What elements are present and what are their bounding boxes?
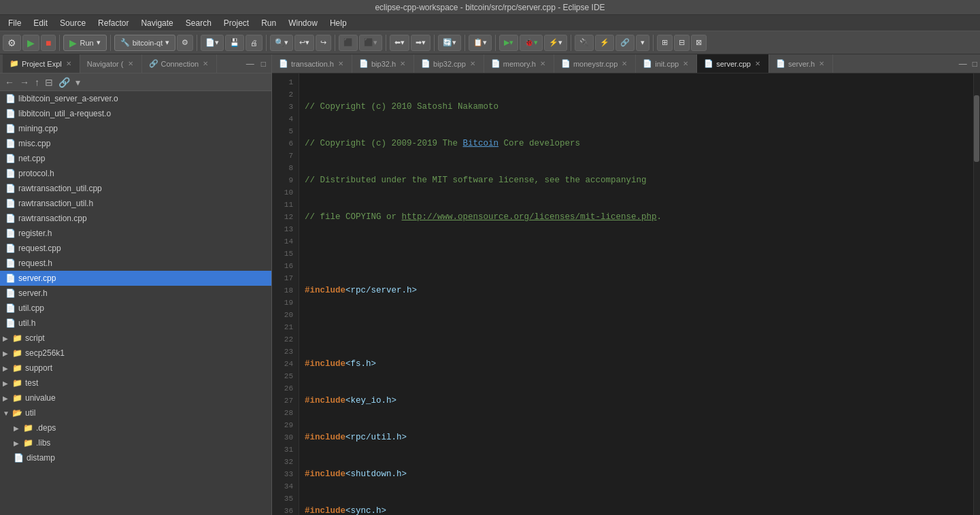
toolbar-refresh-btn[interactable]: 🔄▾ [438,35,461,51]
tree-item-rawtransaction-cpp[interactable]: 📄 rawtransaction.cpp [0,211,271,226]
tab-close[interactable]: ✕ [817,59,826,68]
project-explorer-close[interactable]: ✕ [65,59,73,68]
menu-source[interactable]: Source [54,17,91,29]
tree-filter-btn[interactable]: ▾ [73,76,82,88]
toolbar-tasks-btn[interactable]: 📋▾ [469,35,492,51]
editor-maximize-btn[interactable]: □ [970,58,980,70]
tree-item-request-h[interactable]: 📄 request.h [0,256,271,271]
tree-item-rawtransaction-util-h[interactable]: 📄 rawtransaction_util.h [0,196,271,211]
tab-navigator[interactable]: Navigator ( ✕ [80,54,142,73]
tree-item-register-h[interactable]: 📄 register.h [0,226,271,241]
toolbar-debug2-btn[interactable]: 🐞▾ [520,35,543,51]
minimize-panel-btn[interactable]: — [243,58,257,70]
tree-item-support[interactable]: ▶ 📁 support [0,361,271,376]
toolbar-ext2-btn[interactable]: ⚡ [595,35,614,51]
tree-item-secp256k1[interactable]: ▶ 📁 secp256k1 [0,346,271,361]
menu-file[interactable]: File [3,17,27,29]
menu-edit[interactable]: Edit [28,17,53,29]
menu-window[interactable]: Window [283,17,323,29]
toolbar-profile-btn[interactable]: ⚡▾ [544,35,567,51]
tree-item-rawtransaction-util-cpp[interactable]: 📄 rawtransaction_util.cpp [0,181,271,196]
tree-back-btn[interactable]: ← [3,76,16,88]
toolbar-search-btn[interactable]: 🔍▾ [270,35,293,51]
tree-collapse-btn[interactable]: ⊟ [43,76,55,88]
tree-item-distamp[interactable]: 📄 distamp [0,450,271,465]
toolbar-stop-btn[interactable]: ■ [41,35,56,51]
tab-bip32-cpp[interactable]: 📄 bip32.cpp ✕ [414,54,484,73]
tree-item-net-cpp[interactable]: 📄 net.cpp [0,151,271,166]
tab-close[interactable]: ✕ [539,59,547,68]
tab-transaction-h[interactable]: 📄 transaction.h ✕ [272,54,352,73]
tree-item-util-cpp[interactable]: 📄 util.cpp [0,301,271,316]
tab-connection[interactable]: 🔗 Connection ✕ [142,54,218,73]
tree-item-deps[interactable]: ▶ 📁 .deps [0,420,271,435]
tree-item-libs[interactable]: ▶ 📁 .libs [0,435,271,450]
toolbar-next-btn[interactable]: ➡▾ [411,35,430,51]
tree-item-mining-cpp[interactable]: 📄 mining.cpp [0,121,271,136]
maximize-panel-btn[interactable]: □ [258,58,269,70]
config-settings-btn[interactable]: ⚙ [177,35,193,51]
tree-item-server-h[interactable]: 📄 server.h [0,286,271,301]
tab-close[interactable]: ✕ [399,59,407,68]
tab-project-explorer[interactable]: 📁 Project Expl ✕ [3,54,80,73]
toolbar-undo-btn[interactable]: ↩▾ [294,35,314,51]
tree-item-script[interactable]: ▶ 📁 script [0,331,271,346]
toolbar-debug-btn[interactable]: ⬛ [339,35,358,51]
tree-container[interactable]: 📄 libbitcoin_server_a-server.o 📄 libbitc… [0,91,271,515]
tab-memory-h[interactable]: 📄 memory.h ✕ [484,54,554,73]
tree-link-btn[interactable]: 🔗 [56,76,72,88]
toolbar-ext3-btn[interactable]: 🔗 [615,35,635,51]
tree-item-request-cpp[interactable]: 📄 request.cpp [0,241,271,256]
toolbar-layout3-btn[interactable]: ⊠ [691,35,707,51]
tab-close-active[interactable]: ✕ [754,59,762,68]
tab-close[interactable]: ✕ [337,59,345,68]
menu-refactor[interactable]: Refactor [92,17,134,29]
menu-run[interactable]: Run [256,17,282,29]
toolbar-layout2-btn[interactable]: ⊟ [674,35,690,51]
tree-item-test[interactable]: ▶ 📁 test [0,376,271,391]
toolbar-print-btn[interactable]: 🖨 [246,35,263,51]
run-button[interactable]: ▶ Run ▾ [63,35,106,51]
toolbar-prev-btn[interactable]: ⬅▾ [390,35,409,51]
toolbar-layout-btn[interactable]: ⊞ [657,35,673,51]
toolbar-run2-btn[interactable]: ▶▾ [499,35,518,51]
menu-navigate[interactable]: Navigate [135,17,178,29]
connection-close[interactable]: ✕ [201,59,209,68]
tab-close[interactable]: ✕ [681,59,690,68]
tree-item-misc-cpp[interactable]: 📄 misc.cpp [0,136,271,151]
tree-up-btn[interactable]: ↑ [33,76,41,88]
navigator-close[interactable]: ✕ [126,59,135,68]
tab-server-h[interactable]: 📄 server.h ✕ [769,54,833,73]
toolbar-save-btn[interactable]: 💾 [225,35,244,51]
toolbar-build-btn[interactable]: ⬛▾ [359,35,382,51]
tree-item-libbitcoin-server[interactable]: 📄 libbitcoin_server_a-server.o [0,91,271,106]
tab-bip32-h[interactable]: 📄 bip32.h ✕ [352,54,414,73]
toolbar-run-green-btn[interactable]: ▶ [22,35,39,51]
toolbar-new-btn[interactable]: 📄▾ [201,35,224,51]
menu-project[interactable]: Project [218,17,254,29]
config-dropdown-btn[interactable]: 🔧 bitcoin-qt ▾ [114,35,176,51]
tab-server-cpp[interactable]: 📄 server.cpp ✕ [697,54,769,73]
tree-item-util-folder[interactable]: ▼ 📂 util [0,405,271,420]
tree-item-univalue[interactable]: ▶ 📁 univalue [0,391,271,405]
editor-minimize-btn[interactable]: — [956,58,970,70]
toolbar-ext-btn[interactable]: 🔌 [575,35,594,51]
tree-item-util-h[interactable]: 📄 util.h [0,316,271,331]
tab-close[interactable]: ✕ [620,59,628,68]
vertical-scrollbar[interactable] [973,73,980,515]
toolbar-redo-btn[interactable]: ↪ [316,35,331,51]
menu-help[interactable]: Help [324,17,352,29]
tab-moneystr-cpp[interactable]: 📄 moneystr.cpp ✕ [554,54,636,73]
tree-item-libbitcoin-util[interactable]: 📄 libbitcoin_util_a-request.o [0,106,271,121]
toolbar-ext4-btn[interactable]: ▾ [636,35,649,51]
code-content[interactable]: // Copyright (c) 2010 Satoshi Nakamoto /… [299,73,973,515]
toolbar-settings-btn[interactable]: ⚙ [3,35,21,51]
tab-init-cpp[interactable]: 📄 init.cpp ✕ [636,54,697,73]
tree-item-server-cpp[interactable]: 📄 server.cpp [0,271,271,286]
tree-forward-btn[interactable]: → [18,76,31,88]
scrollbar-thumb[interactable] [974,95,979,161]
tree-item-protocol-h[interactable]: 📄 protocol.h [0,166,271,181]
menu-search[interactable]: Search [180,17,217,29]
tab-close[interactable]: ✕ [469,59,477,68]
ln-14: 14 [277,235,293,248]
